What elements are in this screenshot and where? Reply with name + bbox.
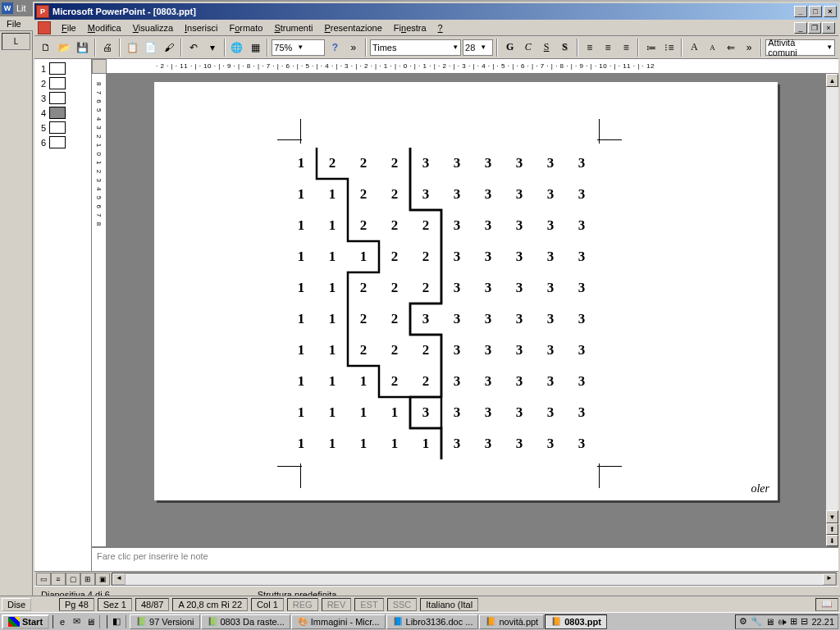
- ql-icon[interactable]: ◧: [110, 615, 123, 628]
- menu-formato[interactable]: Formato: [223, 21, 268, 34]
- ppt-menubar[interactable]: File Modifica Visualizza Inserisci Forma…: [34, 20, 838, 36]
- ie-icon[interactable]: e: [56, 615, 69, 628]
- menu-inserisci[interactable]: Inserisci: [179, 21, 223, 34]
- scroll-up-button[interactable]: ▲: [826, 74, 838, 87]
- horizontal-scrollbar[interactable]: ◄ ►: [112, 573, 837, 586]
- taskbar[interactable]: Start e ✉ 🖥 ◧ 📗97 Versioni📗0803 Da raste…: [0, 612, 840, 630]
- tray-icon-6[interactable]: ⊟: [801, 616, 808, 627]
- system-tray[interactable]: ⚙ 🔧 🖥 🕪 ⊞ ⊟ 22.21: [735, 614, 838, 629]
- start-button[interactable]: Start: [2, 614, 49, 629]
- tray-icon-1[interactable]: ⚙: [739, 616, 747, 627]
- thumb-1[interactable]: 1: [38, 62, 88, 75]
- fontsize-select[interactable]: 28▼: [463, 39, 493, 56]
- thumb-2[interactable]: 2: [38, 77, 88, 89]
- font-select[interactable]: Times▼: [370, 39, 461, 56]
- hyperlink-button[interactable]: 🌐: [229, 39, 245, 57]
- slide[interactable]: 1222333333112233333311222333331112233333…: [154, 82, 778, 500]
- print-button[interactable]: 🖨: [99, 39, 116, 57]
- zoom-select[interactable]: 75%▼: [272, 39, 325, 56]
- sorter-view-button[interactable]: ⊞: [80, 573, 95, 586]
- help-button[interactable]: ?: [326, 39, 343, 57]
- slideshow-button[interactable]: ▣: [95, 573, 110, 586]
- word-pos: A 20,8 cm Ri 22: [172, 598, 248, 611]
- common-tasks-select[interactable]: Attività comuni▼: [765, 39, 835, 56]
- tray-icon-3[interactable]: 🖥: [765, 617, 774, 627]
- outline-pane[interactable]: 123456: [34, 59, 92, 571]
- normal-view-button[interactable]: ▭: [36, 573, 51, 586]
- prev-slide-button[interactable]: ⬆: [826, 523, 838, 535]
- open-button[interactable]: 📂: [56, 39, 72, 57]
- thumb-6[interactable]: 6: [38, 136, 88, 148]
- copy-button[interactable]: 📋: [124, 39, 140, 57]
- tray-icon-5[interactable]: ⊞: [790, 616, 797, 627]
- mdi-restore[interactable]: ❐: [808, 22, 821, 34]
- word-dise[interactable]: Dise: [2, 598, 31, 611]
- next-slide-button[interactable]: ⬇: [826, 535, 838, 546]
- grid-cell: 2: [348, 272, 379, 304]
- save-button[interactable]: 💾: [75, 39, 91, 57]
- italic-button[interactable]: C: [520, 39, 536, 57]
- taskbar-item[interactable]: 📗97 Versioni: [130, 614, 199, 629]
- paste-button[interactable]: 📄: [142, 39, 158, 57]
- tray-clock[interactable]: 22.21: [811, 617, 834, 627]
- more-fmt-button[interactable]: »: [741, 39, 757, 57]
- thumb-4[interactable]: 4: [38, 107, 88, 119]
- mdi-close[interactable]: ×: [822, 22, 835, 34]
- scroll-left-button[interactable]: ◄: [112, 573, 126, 585]
- underline-button[interactable]: S: [538, 39, 555, 57]
- grid-cell: 3: [504, 366, 535, 397]
- thumb-3[interactable]: 3: [38, 92, 88, 104]
- slide-view-button[interactable]: ▢: [66, 573, 80, 586]
- taskbar-item[interactable]: 🎨Immagini - Micr...: [291, 614, 386, 629]
- ppt-titlebar[interactable]: P Microsoft PowerPoint - [0803.ppt] _ □ …: [34, 3, 838, 20]
- menu-strumenti[interactable]: Strumenti: [268, 21, 318, 34]
- menu-modifica[interactable]: Modifica: [82, 21, 127, 34]
- table-button[interactable]: ▦: [247, 39, 263, 57]
- align-center-button[interactable]: ≡: [600, 39, 616, 57]
- maximize-button[interactable]: □: [809, 6, 822, 17]
- shadow-button[interactable]: S: [556, 39, 573, 57]
- decrease-font-button[interactable]: A: [704, 39, 720, 57]
- taskbar-item[interactable]: 📗0803 Da raste...: [201, 614, 290, 629]
- taskbar-item[interactable]: 📙novità.ppt: [479, 614, 544, 629]
- align-right-button[interactable]: ≡: [618, 39, 634, 57]
- grid-cell: 1: [285, 366, 317, 397]
- notes-pane[interactable]: Fare clic per inserire le note: [92, 546, 838, 571]
- desktop-icon[interactable]: 🖥: [84, 615, 97, 628]
- thumb-5[interactable]: 5: [38, 121, 88, 134]
- menu-visualizza[interactable]: Visualizza: [127, 21, 179, 34]
- scroll-right-button[interactable]: ►: [823, 573, 836, 585]
- new-button[interactable]: 🗋: [38, 39, 54, 57]
- outline-view-button[interactable]: ≡: [51, 573, 66, 586]
- grid-cell: 2: [410, 272, 441, 304]
- scroll-down-button[interactable]: ▼: [826, 510, 838, 523]
- menu-presentazione[interactable]: Presentazione: [318, 21, 387, 34]
- taskbar-item[interactable]: 📙0803.ppt: [545, 614, 607, 629]
- tray-icon-4[interactable]: 🕪: [778, 617, 787, 627]
- bullets-button[interactable]: ⁝≡: [661, 39, 678, 57]
- taskbar-item[interactable]: 📘Libro3136.doc ...: [386, 614, 479, 629]
- numbering-button[interactable]: ≔: [642, 39, 659, 57]
- close-button[interactable]: ×: [824, 6, 837, 17]
- menu-finestra[interactable]: Finestra: [388, 21, 432, 34]
- redo-button[interactable]: ▾: [203, 39, 220, 57]
- more-std-button[interactable]: »: [345, 39, 362, 57]
- mdi-minimize[interactable]: _: [794, 22, 807, 34]
- bold-button[interactable]: G: [501, 39, 518, 57]
- grid-cell: 3: [566, 304, 597, 335]
- undo-button[interactable]: ↶: [185, 39, 202, 57]
- increase-font-button[interactable]: A: [686, 39, 702, 57]
- minimize-button[interactable]: _: [794, 6, 807, 17]
- tray-icon-2[interactable]: 🔧: [751, 616, 762, 627]
- scroll-track[interactable]: [826, 87, 838, 510]
- align-left-button[interactable]: ≡: [582, 39, 598, 57]
- menu-file[interactable]: File: [56, 21, 82, 34]
- grid-cell: 3: [535, 272, 566, 304]
- promote-button[interactable]: ⇐: [723, 39, 739, 57]
- format-painter-button[interactable]: 🖌: [161, 39, 177, 57]
- outlook-icon[interactable]: ✉: [70, 615, 83, 628]
- vertical-scrollbar[interactable]: ▲ ▼ ⬆ ⬇: [825, 74, 838, 546]
- menu-help[interactable]: ?: [432, 21, 449, 34]
- slide-canvas[interactable]: 1222333333112233333311222333331112233333…: [107, 74, 825, 546]
- word-menu-file[interactable]: File: [2, 18, 26, 30]
